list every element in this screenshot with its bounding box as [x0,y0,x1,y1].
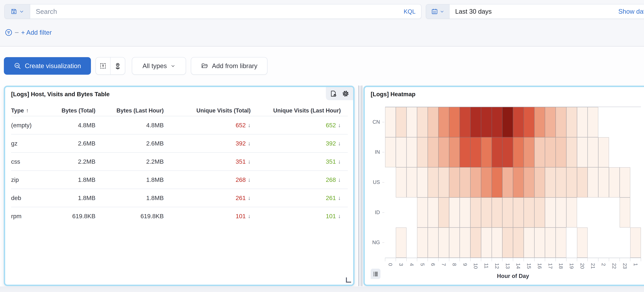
heatmap-cell[interactable] [396,167,406,197]
heatmap-cell[interactable] [492,197,502,228]
heatmap-cell[interactable] [438,107,449,137]
heatmap-cell[interactable] [513,137,524,167]
legend-toggle-button[interactable] [371,269,380,279]
heatmap-cell[interactable] [513,227,524,258]
heatmap-cell[interactable] [396,227,406,258]
heatmap-cell[interactable] [534,107,545,137]
heatmap-cell[interactable] [588,137,598,167]
heatmap-cell[interactable] [481,107,492,137]
create-visualization-button[interactable]: Create visualization [4,57,91,75]
heatmap-cell[interactable] [438,137,449,167]
column-header-bytes-total[interactable]: Bytes (Total) [54,107,96,114]
heatmap-cell[interactable] [502,137,513,167]
heatmap-cell[interactable] [566,197,577,228]
heatmap-cell[interactable] [396,137,406,167]
heatmap-cell[interactable] [470,107,481,137]
heatmap-cell[interactable] [545,107,556,137]
heatmap-cell[interactable] [556,137,566,167]
heatmap-cell[interactable] [598,167,609,197]
heatmap-cell[interactable] [566,137,577,167]
maps-button[interactable] [110,57,125,74]
heatmap-cell[interactable] [588,107,598,137]
heatmap-cell[interactable] [620,167,630,197]
heatmap-cell[interactable] [481,197,492,228]
heatmap-cell[interactable] [534,167,545,197]
heatmap-cell[interactable] [492,167,502,197]
heatmap-cell[interactable] [470,137,481,167]
heatmap-cell[interactable] [524,197,534,228]
heatmap-cell[interactable] [598,137,609,167]
heatmap-cell[interactable] [513,167,524,197]
heatmap-cell[interactable] [428,107,438,137]
column-header-type[interactable]: Type ↑ [11,107,54,114]
heatmap-cell[interactable] [438,167,449,197]
heatmap-cell[interactable] [577,107,588,137]
heatmap-cell[interactable] [428,137,438,167]
heatmap-cell[interactable] [513,107,524,137]
heatmap-cell[interactable] [470,227,481,258]
column-header-bytes-last-hour[interactable]: Bytes (Last Hour) [96,107,164,114]
heatmap-cell[interactable] [417,197,428,228]
heatmap-cell[interactable] [460,107,470,137]
heatmap-cell[interactable] [406,107,417,137]
time-range-value[interactable]: Last 30 days [455,5,492,19]
all-types-dropdown[interactable]: All types [132,57,186,75]
heatmap-cell[interactable] [481,227,492,258]
panel-gutter[interactable] [358,86,362,286]
heatmap-cell[interactable] [524,227,534,258]
add-text-button[interactable] [96,57,110,74]
heatmap-cell[interactable] [406,167,417,197]
heatmap-cell[interactable] [502,107,513,137]
heatmap-cell[interactable] [502,167,513,197]
heatmap-cell[interactable] [566,107,577,137]
column-header-unique-visits-last-hour[interactable]: Unique Visits (Last Hour) [251,107,341,114]
kql-badge[interactable]: KQL [404,8,416,15]
heatmap-cell[interactable] [460,167,470,197]
heatmap-cell[interactable] [556,167,566,197]
heatmap-cell[interactable] [481,137,492,167]
heatmap-cell[interactable] [449,167,460,197]
heatmap-cell[interactable] [428,197,438,228]
heatmap-cell[interactable] [449,227,460,258]
heatmap-cell[interactable] [385,107,396,137]
heatmap-cell[interactable] [460,137,470,167]
heatmap-cell[interactable] [492,107,502,137]
heatmap-cell[interactable] [449,107,460,137]
heatmap-cell[interactable] [545,197,556,228]
copy-to-library-icon[interactable] [330,90,337,97]
heatmap-cell[interactable] [449,197,460,228]
heatmap-cell[interactable] [470,197,481,228]
gear-icon[interactable] [342,90,349,97]
heatmap-cell[interactable] [428,227,438,258]
heatmap-cell[interactable] [524,167,534,197]
filter-icon[interactable] [4,28,13,37]
panel-resize-handle[interactable] [346,277,351,282]
heatmap-cell[interactable] [460,197,470,228]
heatmap-cell[interactable] [396,107,406,137]
heatmap-cell[interactable] [406,137,417,167]
heatmap-cell[interactable] [492,137,502,167]
heatmap-cell[interactable] [545,167,556,197]
heatmap-cell[interactable] [577,167,588,197]
heatmap-cell[interactable] [588,167,598,197]
heatmap-cell[interactable] [470,167,481,197]
date-quick-menu-button[interactable] [426,5,450,19]
heatmap-cell[interactable] [524,107,534,137]
heatmap-cell[interactable] [502,227,513,258]
heatmap-cell[interactable] [556,107,566,137]
heatmap-cell[interactable] [534,227,545,258]
heatmap-cell[interactable] [513,197,524,228]
heatmap-cell[interactable] [417,107,428,137]
heatmap-cell[interactable] [620,197,630,228]
heatmap-cell[interactable] [566,167,577,197]
heatmap-cell[interactable] [417,227,428,258]
heatmap-cell[interactable] [545,227,556,258]
show-dates-button[interactable]: Show dates [618,5,644,19]
heatmap-cell[interactable] [417,167,428,197]
heatmap-cell[interactable] [460,227,470,258]
heatmap-cell[interactable] [556,197,566,228]
heatmap-cell[interactable] [502,197,513,228]
heatmap-cell[interactable] [577,227,588,258]
heatmap-cell[interactable] [630,227,641,258]
heatmap-cell[interactable] [449,137,460,167]
